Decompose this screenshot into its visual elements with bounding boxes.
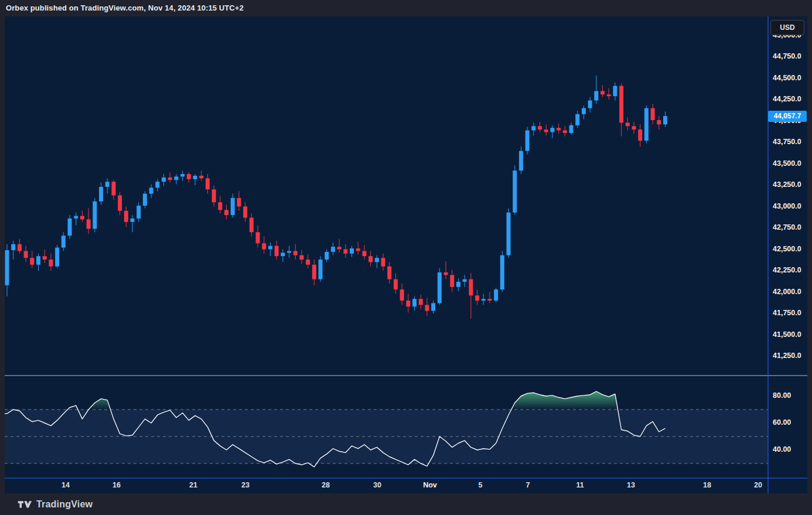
candle-up: [331, 247, 335, 252]
price-tick-label: 43,000.0: [773, 202, 810, 210]
candle-up: [93, 202, 97, 229]
candle-down: [80, 216, 84, 220]
price-tick-label: 44,750.0: [773, 52, 810, 60]
candle-down: [18, 244, 22, 251]
candle-up: [162, 178, 166, 182]
chart-container[interactable]: 45,000.044,750.044,500.044,250.044,000.0…: [5, 16, 807, 493]
candle-up: [281, 253, 285, 256]
candle-down: [250, 217, 254, 232]
candle-down: [632, 126, 636, 129]
candle-down: [356, 248, 360, 251]
price-tick-label: 41,750.0: [773, 309, 810, 317]
candle-down: [369, 256, 373, 262]
candle-down: [487, 299, 492, 301]
candle-down: [607, 94, 611, 96]
candle-up: [526, 131, 530, 151]
candle-down: [124, 211, 128, 222]
candle-down: [243, 207, 247, 218]
candle-down: [256, 232, 260, 243]
time-tick-label: 21: [182, 481, 205, 489]
candle-up: [494, 289, 498, 301]
candle-up: [438, 272, 442, 303]
candle-down: [43, 256, 47, 260]
candle-up: [155, 182, 159, 187]
candle-down: [563, 131, 567, 133]
price-tick-label: 44,250.0: [773, 95, 810, 103]
candle-up: [11, 244, 15, 250]
price-tick-label: 42,750.0: [773, 223, 810, 231]
candle-up: [500, 255, 504, 289]
candle-up: [582, 108, 586, 114]
candle-down: [387, 267, 391, 279]
price-tick-label: 43,250.0: [773, 180, 810, 189]
candle-down: [657, 120, 661, 124]
candle-up: [287, 251, 291, 253]
candle-up: [74, 216, 78, 219]
candle-up: [644, 108, 649, 141]
rsi-tick-label: 60.00: [773, 418, 810, 427]
candle-up: [62, 236, 66, 247]
candle-down: [218, 202, 222, 210]
candle-up: [105, 182, 110, 187]
price-tick-label: 42,500.0: [773, 245, 810, 253]
candle-up: [5, 250, 9, 285]
price-tick-label: 42,250.0: [773, 266, 810, 274]
candle-up: [613, 86, 617, 97]
candle-down: [406, 301, 410, 306]
attribution-bar: Orbex published on TradingView.com, Nov …: [0, 0, 812, 16]
candle-down: [538, 126, 542, 129]
candle-down: [450, 275, 454, 287]
time-tick-label: 18: [695, 481, 719, 489]
candle-down: [619, 86, 623, 123]
candle-down: [275, 246, 279, 257]
candle-down: [557, 128, 561, 130]
candle-up: [325, 252, 329, 260]
candle-down: [30, 258, 34, 265]
time-tick-label: 13: [619, 481, 643, 489]
candle-up: [550, 128, 554, 132]
candle-up: [137, 206, 141, 219]
candle-up: [180, 174, 185, 176]
candle-up: [149, 187, 153, 193]
time-tick-label: Nov: [418, 481, 442, 489]
candle-down: [237, 198, 241, 207]
candle-up: [588, 100, 592, 108]
price-tick-label: 43,500.0: [773, 159, 810, 168]
candle-up: [463, 279, 467, 282]
candle-up: [55, 248, 59, 267]
candle-down: [469, 279, 473, 296]
candle-up: [431, 303, 435, 311]
candle-down: [312, 265, 316, 279]
time-tick-label: 30: [366, 481, 389, 489]
candle-up: [231, 198, 235, 215]
candle-down: [294, 251, 298, 255]
candle-down: [118, 196, 122, 211]
candle-up: [193, 176, 197, 179]
candle-up: [513, 170, 517, 213]
tradingview-brand-text: TradingView: [36, 499, 93, 510]
candle-up: [575, 114, 579, 125]
candle-up: [594, 91, 598, 100]
time-tick-label: 14: [54, 481, 77, 489]
currency-button[interactable]: USD: [770, 20, 804, 35]
candle-down: [475, 295, 479, 301]
candle-up: [507, 213, 511, 255]
candle-up: [375, 258, 379, 262]
candle-down: [337, 247, 342, 249]
price-tick-label: 41,500.0: [773, 330, 810, 339]
candle-up: [319, 260, 323, 279]
candle-up: [143, 194, 147, 206]
candle-up: [482, 299, 486, 301]
price-and-rsi-plot[interactable]: [5, 16, 807, 493]
candle-down: [638, 129, 642, 141]
candle-down: [24, 251, 28, 258]
candle-down: [626, 122, 630, 126]
published-chart-page: Orbex published on TradingView.com, Nov …: [0, 0, 812, 515]
time-tick-label: 28: [314, 481, 337, 489]
candle-up: [268, 246, 272, 250]
rsi-tick-label: 80.00: [773, 391, 810, 400]
candle-down: [212, 189, 216, 202]
time-tick-label: 5: [469, 481, 492, 489]
candle-down: [262, 243, 266, 249]
tradingview-brand-link[interactable]: TradingView: [18, 498, 93, 511]
